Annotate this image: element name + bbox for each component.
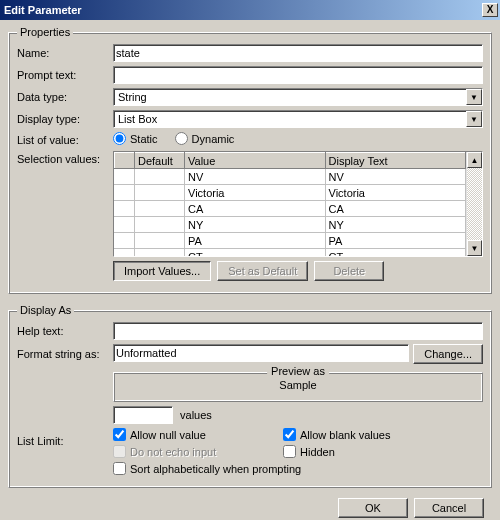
group-properties: Properties Name: Prompt text: Data type:… <box>8 26 492 294</box>
delete-button[interactable]: Delete <box>314 261 384 281</box>
chevron-down-icon: ▼ <box>466 89 482 105</box>
grid-corner <box>115 153 135 169</box>
scroll-down-icon[interactable]: ▼ <box>467 240 482 256</box>
chevron-down-icon: ▼ <box>466 111 482 127</box>
help-text-input[interactable] <box>113 322 483 340</box>
display-type-value: List Box <box>116 113 157 125</box>
label-format-string: Format string as: <box>17 348 113 360</box>
table-row: CTCT <box>115 249 466 257</box>
display-type-select[interactable]: List Box ▼ <box>113 110 483 128</box>
col-value[interactable]: Value <box>185 153 326 169</box>
preview-as-title: Preview as <box>267 365 329 377</box>
set-as-default-button[interactable]: Set as Default <box>217 261 308 281</box>
titlebar: Edit Parameter X <box>0 0 500 20</box>
data-type-select[interactable]: String ▼ <box>113 88 483 106</box>
change-button[interactable]: Change... <box>413 344 483 364</box>
radio-dynamic[interactable]: Dynamic <box>175 132 235 145</box>
scroll-up-icon[interactable]: ▲ <box>467 152 482 168</box>
check-allow-null[interactable]: Allow null value <box>113 428 283 441</box>
label-prompt-text: Prompt text: <box>17 69 113 81</box>
table-row: NYNY <box>115 217 466 233</box>
preview-sample: Sample <box>279 379 316 391</box>
label-display-type: Display type: <box>17 113 113 125</box>
label-list-limit: List Limit: <box>17 435 113 447</box>
name-input[interactable] <box>113 44 483 62</box>
table-row: PAPA <box>115 233 466 249</box>
selection-values-grid[interactable]: Default Value Display Text NVNV Victoria… <box>113 151 483 257</box>
label-data-type: Data type: <box>17 91 113 103</box>
close-button[interactable]: X <box>482 3 498 17</box>
check-sort-alpha[interactable]: Sort alphabetically when prompting <box>113 462 483 475</box>
table-row: NVNV <box>115 169 466 185</box>
values-suffix: values <box>180 409 212 421</box>
format-string-input[interactable] <box>113 344 409 362</box>
grid-scrollbar[interactable]: ▲ ▼ <box>466 152 482 256</box>
window-title: Edit Parameter <box>4 4 82 16</box>
preview-as-box: Preview as Sample <box>113 372 483 402</box>
label-name: Name: <box>17 47 113 59</box>
group-display-as: Display As Help text: Format string as: … <box>8 304 492 488</box>
data-type-value: String <box>116 91 147 103</box>
check-allow-blank[interactable]: Allow blank values <box>283 428 483 441</box>
cancel-button[interactable]: Cancel <box>414 498 484 518</box>
close-icon: X <box>487 4 494 15</box>
table-row: VictoriaVictoria <box>115 185 466 201</box>
col-default[interactable]: Default <box>135 153 185 169</box>
radio-static[interactable]: Static <box>113 132 158 145</box>
check-hidden[interactable]: Hidden <box>283 445 483 458</box>
group-properties-legend: Properties <box>17 26 73 38</box>
check-do-not-echo: Do not echo input <box>113 445 283 458</box>
label-selection-values: Selection values: <box>17 151 113 165</box>
import-values-button[interactable]: Import Values... <box>113 261 211 281</box>
table-row: CACA <box>115 201 466 217</box>
label-help-text: Help text: <box>17 325 113 337</box>
prompt-text-input[interactable] <box>113 66 483 84</box>
label-list-of-value: List of value: <box>17 134 113 146</box>
ok-button[interactable]: OK <box>338 498 408 518</box>
list-limit-input[interactable] <box>113 406 173 424</box>
col-display-text[interactable]: Display Text <box>325 153 466 169</box>
group-display-as-legend: Display As <box>17 304 74 316</box>
